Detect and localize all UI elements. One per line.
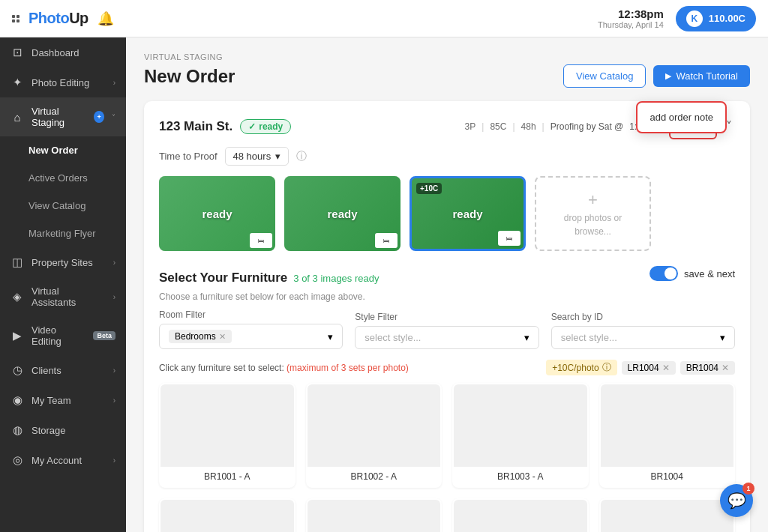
furniture-card-br1006[interactable]: BR1006 - A (306, 498, 442, 532)
furniture-card-br1001[interactable]: BR1001 - A (159, 383, 296, 488)
sidebar-item-property-sites[interactable]: ◫ Property Sites › (0, 247, 126, 277)
sidebar-item-my-account[interactable]: ◎ My Account › (0, 445, 126, 475)
sidebar-item-video-editing[interactable]: ▶ Video Editing Beta (0, 316, 126, 355)
storage-icon: ◍ (10, 423, 24, 437)
note-popup-text: add order note (650, 112, 713, 123)
furniture-card-br1005[interactable]: BR1005 - A (159, 498, 296, 532)
sidebar-item-photo-editing[interactable]: ✦ Photo Editing › (0, 67, 126, 97)
furniture-label-br1003: BR1003 - A (454, 467, 587, 486)
style-filter-select[interactable]: select style... ▾ (355, 326, 538, 349)
id-filter-placeholder: select style... (561, 332, 617, 343)
lr1004-label: LR1004 (628, 363, 659, 373)
my-account-icon: ◎ (10, 453, 24, 467)
select-max: (maximum of 3 sets per photo) (286, 363, 409, 373)
furniture-img-br1002 (308, 384, 441, 467)
furniture-card-br1003[interactable]: BR1003 - A (452, 383, 589, 488)
sidebar-item-active-orders[interactable]: Active Orders (0, 164, 126, 192)
save-next-row: save & next (650, 266, 735, 281)
sidebar-item-marketing-flyer[interactable]: Marketing Flyer (0, 220, 126, 247)
hours-count: 48h (521, 121, 536, 132)
credits-value: 85C (490, 121, 506, 132)
furniture-label-br1001: BR1001 - A (160, 467, 294, 486)
room-filter-label: Room Filter (159, 309, 343, 320)
room-filter-clear[interactable]: ✕ (219, 332, 226, 342)
sidebar-item-dashboard[interactable]: ⊡ Dashboard (0, 37, 126, 67)
time-select-value: 48 hours (233, 151, 272, 162)
br1004-remove[interactable]: ✕ (722, 363, 729, 373)
watch-tutorial-button[interactable]: ▶ Watch Tutorial (653, 65, 750, 87)
sidebar-label-video-editing: Video Editing (32, 324, 86, 347)
time-to-proof-label: Time to Proof (159, 151, 218, 162)
dashboard-icon: ⊡ (10, 46, 24, 59)
photo-ready-label-1: ready (202, 208, 232, 220)
sidebar-item-new-order[interactable]: New Order (0, 136, 126, 164)
user-credits-badge[interactable]: K 110.00C (676, 6, 756, 31)
room-filter-select[interactable]: Bedrooms ✕ ▾ (159, 324, 343, 349)
furniture-img-br1001 (160, 384, 294, 467)
sidebar-label-dashboard: Dashboard (32, 47, 80, 58)
room-filter-tag: Bedrooms ✕ (169, 330, 232, 343)
time-to-proof-select[interactable]: 48 hours ▾ (225, 147, 290, 166)
room-filter-group: Room Filter Bedrooms ✕ ▾ (159, 309, 343, 349)
furniture-label-br1004: BR1004 (601, 467, 734, 486)
save-next-label: save & next (684, 268, 735, 279)
address-text: 123 Main St. (159, 119, 232, 134)
chat-bubble[interactable]: 💬 1 (720, 484, 753, 517)
chevron-down-icon: ˅ (112, 113, 116, 121)
cost-tag: +10C/photo ⓘ (546, 360, 616, 375)
chat-icon: 💬 (728, 492, 746, 510)
topnav-right: 12:38pm Thursday, April 14 K 110.00C (598, 6, 756, 31)
furniture-count: 3 of 3 images ready (293, 273, 379, 284)
chevron-right-icon3: › (113, 293, 116, 301)
photo-thumb-3[interactable]: ready +10C 🛏 (410, 176, 526, 251)
style-filter-label: Style Filter (355, 312, 538, 322)
furniture-img-br3001 (454, 500, 587, 532)
drop-line1: drop photos or (564, 213, 622, 223)
photo-drop-zone[interactable]: + drop photos or browse... (535, 176, 651, 251)
time-select-chevron: ▾ (275, 151, 280, 162)
chevron-right-icon6: › (113, 456, 116, 465)
watch-tutorial-label: Watch Tutorial (676, 70, 738, 82)
user-credits: 110.00C (709, 13, 746, 24)
chevron-right-icon4: › (113, 366, 116, 375)
photo-thumb-1[interactable]: ready 🛏 (159, 176, 275, 251)
user-initial: K (686, 10, 703, 27)
sidebar-item-clients[interactable]: ◷ Clients › (0, 355, 126, 385)
id-filter-select[interactable]: select style... ▾ (551, 326, 735, 349)
info-icon[interactable]: ⓘ (296, 150, 307, 163)
furniture-card-br3002[interactable]: BR3002 - A (599, 498, 736, 532)
furniture-img-br3002 (601, 500, 734, 532)
sidebar-item-view-catalog[interactable]: View Catalog (0, 192, 126, 220)
photos-value: 3P (465, 121, 476, 132)
photo-corner-thumb-2: 🛏 (375, 233, 398, 248)
lr1004-remove[interactable]: ✕ (662, 363, 670, 373)
view-catalog-button[interactable]: View Catalog (563, 64, 646, 88)
selection-info-row: Click any furniture set to select: (maxi… (159, 360, 735, 375)
photo-thumb-2[interactable]: ready 🛏 (284, 176, 400, 251)
notification-bell-icon[interactable]: 🔔 (98, 10, 114, 27)
virtual-assistants-icon: ◈ (10, 290, 24, 303)
furniture-card-br1004[interactable]: BR1004 (599, 383, 736, 488)
br1004-tag: BR1004 ✕ (680, 361, 735, 375)
sidebar-item-my-team[interactable]: ◉ My Team › (0, 385, 126, 415)
style-filter-placeholder: select style... (364, 332, 421, 343)
furniture-img-br1005 (160, 500, 294, 532)
time-display: 12:38pm Thursday, April 14 (598, 7, 664, 29)
furniture-card-br1002[interactable]: BR1002 - A (306, 383, 442, 488)
furniture-card-br3001[interactable]: BR3001 - A (452, 498, 589, 532)
photo-plus-badge: +10C (416, 183, 442, 194)
sidebar-item-virtual-assistants[interactable]: ◈ Virtual Assistants › (0, 277, 126, 316)
sidebar-label-view-catalog: View Catalog (28, 200, 86, 211)
grid-menu-icon[interactable] (12, 15, 20, 22)
sidebar-label-virtual-staging: Virtual Staging (32, 106, 86, 128)
sidebar-item-storage[interactable]: ◍ Storage (0, 415, 126, 445)
sidebar-item-virtual-staging[interactable]: ⌂ Virtual Staging + ˅ (0, 97, 126, 136)
new-badge: + (94, 111, 104, 123)
id-filter-label: Search by ID (551, 312, 735, 322)
app-logo: PhotoUp (28, 10, 88, 27)
add-order-note-popup: add order note (636, 101, 727, 133)
save-next-toggle[interactable] (650, 266, 678, 281)
property-sites-icon: ◫ (10, 256, 24, 269)
sidebar-label-active-orders: Active Orders (28, 172, 88, 184)
photo-ready-label-3: ready (452, 208, 482, 220)
